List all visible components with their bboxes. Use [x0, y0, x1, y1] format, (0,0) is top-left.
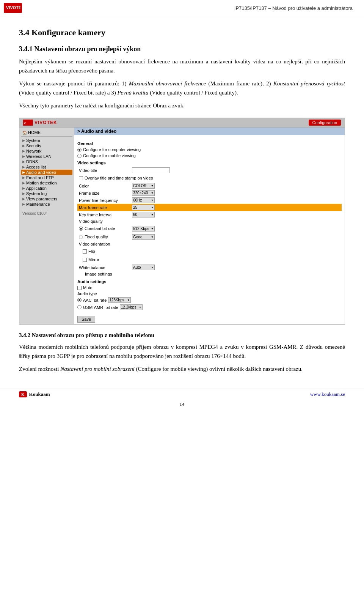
sidebar-item-access-list[interactable]: ▶ Access list [21, 164, 72, 170]
video-settings-table: Video title Overlay title and time stamp… [77, 167, 342, 277]
arrow-icon: ▶ [22, 170, 25, 174]
svg-text:V: V [24, 122, 26, 124]
sidebar-item-system-log[interactable]: ▶ System log [21, 191, 72, 196]
overlay-row: Overlay title and time stamp on video [77, 174, 342, 182]
power-line-label: Power line frequency [77, 197, 130, 204]
sidebar-item-network[interactable]: ▶ Network [21, 148, 72, 154]
constant-bit-rate-label: Constant bit rate [85, 226, 115, 231]
key-frame-row: Key frame interval 60 [77, 211, 342, 218]
mute-label: Mute [83, 285, 92, 290]
sidebar-item-system[interactable]: ▶ System [21, 138, 72, 143]
power-line-dropdown[interactable]: 60Hz [132, 197, 155, 203]
radio-gsm[interactable] [77, 305, 82, 309]
radio-mobile-label: Configure for mobile viewing [83, 153, 136, 158]
color-row: Color COLOR [77, 182, 342, 189]
sidebar-item-home[interactable]: 🏠 HOME [21, 130, 72, 135]
sidebar-item-audio-video[interactable]: ▶ Audio and video [21, 170, 72, 175]
sidebar-item-application[interactable]: ▶ Application [21, 186, 72, 191]
gsm-label: GSM-AMR [83, 305, 103, 310]
radio-fixed-quality[interactable] [79, 235, 83, 239]
config-row-flip: Flip [79, 249, 340, 254]
radio-constant-bit-rate[interactable] [79, 227, 83, 231]
arrow-icon: ▶ [22, 202, 25, 206]
max-frame-rate-dropdown[interactable]: 25 [132, 205, 155, 210]
video-quality-row: Video quality [77, 218, 342, 224]
section-341-para3: Všechny tyto parametry lze nalézt na kon… [19, 101, 345, 110]
arrow-icon: ▶ [22, 186, 25, 190]
video-title-input[interactable] [132, 167, 170, 173]
footer-url[interactable]: www.koukaam.se [310, 391, 345, 397]
arrow-icon: ▶ [22, 149, 25, 153]
fixed-quality-label: Fixed quality [85, 235, 108, 239]
sidebar-item-wireless-lan[interactable]: ▶ Wireless LAN [21, 154, 72, 159]
section-342-para3: Zvolení možnosti Nastavení pro mobilní z… [19, 364, 345, 373]
camera-ui-logo-text: VIVOTEK [35, 120, 57, 125]
video-title-label: Video title [77, 167, 130, 174]
camera-main-panel: > Audio and video General Configure for … [74, 128, 345, 324]
frame-size-label: Frame size [77, 189, 130, 197]
image-settings-row: Image settings [77, 271, 342, 277]
camera-logo-icon: V [23, 120, 33, 126]
overlay-label: Overlay title and time stamp on video [85, 176, 153, 180]
white-balance-dropdown[interactable]: Auto [132, 265, 155, 270]
aac-bit-rate-dropdown[interactable]: 128Kbps [108, 297, 131, 303]
radio-mobile-viewing[interactable] [77, 154, 82, 158]
config-row-constant-bit-rate: Constant bit rate [79, 226, 129, 231]
power-line-row: Power line frequency 60Hz [77, 197, 342, 204]
max-frame-rate-row: Max frame rate 25 [77, 204, 342, 211]
page-footer: K Koukaam www.koukaam.se [0, 389, 364, 400]
camera-ui-body: 🏠 HOME ▶ System ▶ Security ▶ Network ▶ [19, 128, 345, 324]
camera-sidebar: 🏠 HOME ▶ System ▶ Security ▶ Network ▶ [19, 128, 74, 324]
sidebar-item-maintenance[interactable]: ▶ Maintenance [21, 202, 72, 207]
section-341-para1: Nejlepším výkonem se rozumí nastavení ob… [19, 57, 345, 75]
home-icon: 🏠 [22, 131, 27, 135]
checkbox-mirror[interactable] [83, 258, 87, 262]
config-row-fixed-quality: Fixed quality [79, 234, 129, 239]
checkbox-mute[interactable] [77, 286, 82, 290]
white-balance-label: White balance [77, 264, 130, 271]
camera-main-header: > Audio and video [74, 128, 345, 135]
video-quality-label: Video quality [77, 218, 130, 224]
sidebar-item-email-ftp[interactable]: ▶ Email and FTP [21, 175, 72, 180]
svg-text:VIVOTEK: VIVOTEK [6, 5, 20, 10]
video-orientation-label: Video orientation [77, 241, 130, 247]
sidebar-item-security[interactable]: ▶ Security [21, 143, 72, 148]
camera-ui-screenshot: V VIVOTEK Configuration 🏠 HOME ▶ System [19, 118, 345, 325]
aac-label: AAC [83, 298, 92, 302]
checkbox-overlay[interactable] [79, 176, 83, 180]
image-settings-link[interactable]: Image settings [85, 272, 112, 276]
sidebar-item-view-parameters[interactable]: ▶ View parameters [21, 196, 72, 202]
color-dropdown[interactable]: COLOR [132, 183, 155, 189]
arrow-icon: ▶ [22, 154, 25, 158]
white-balance-row: White balance Auto [77, 264, 342, 271]
sidebar-item-motion-detection[interactable]: ▶ Motion detection [21, 180, 72, 186]
section-341-para2: Výkon se nastavuje pomocí tří parametrů:… [19, 79, 345, 97]
radio-computer-label: Configure for computer viewing [83, 147, 141, 152]
arrow-icon: ▶ [22, 192, 25, 195]
gsm-bit-rate-dropdown[interactable]: 12.2kbps [120, 304, 143, 310]
audio-type-label: Audio type [77, 291, 342, 296]
save-button-container: Save [77, 314, 342, 323]
frame-size-dropdown[interactable]: 320×240 [132, 190, 155, 196]
key-frame-label: Key frame interval [77, 211, 130, 218]
constant-bit-rate-dropdown[interactable]: 512 Kbps [132, 226, 155, 232]
fixed-quality-dropdown[interactable]: Good [132, 234, 155, 240]
radio-aac[interactable] [77, 298, 82, 302]
arrow-icon: ▶ [22, 197, 25, 201]
logo-box-icon: VIVOTEK [4, 3, 22, 13]
page-content: 3.4 Konfigurace kamery 3.4.1 Nastavení o… [0, 20, 364, 385]
checkbox-flip[interactable] [83, 249, 87, 254]
radio-computer-viewing[interactable] [77, 148, 82, 152]
general-section-label: General [77, 141, 342, 146]
config-row-gsm: GSM-AMR bit rate 12.2kbps [77, 304, 342, 310]
arrow-icon: ▶ [22, 176, 25, 180]
key-frame-dropdown[interactable]: 60 [132, 212, 155, 217]
gsm-bit-rate-label: bit rate [105, 305, 118, 310]
koukaam-logo-icon: K [19, 391, 27, 397]
audio-settings-label: Audio settings [77, 279, 342, 284]
sidebar-item-ddns[interactable]: ▶ DDNS [21, 159, 72, 164]
sidebar-divider [21, 136, 72, 137]
save-button[interactable]: Save [77, 316, 95, 323]
color-label: Color [77, 182, 130, 189]
fixed-quality-row: Fixed quality Good [77, 233, 342, 241]
